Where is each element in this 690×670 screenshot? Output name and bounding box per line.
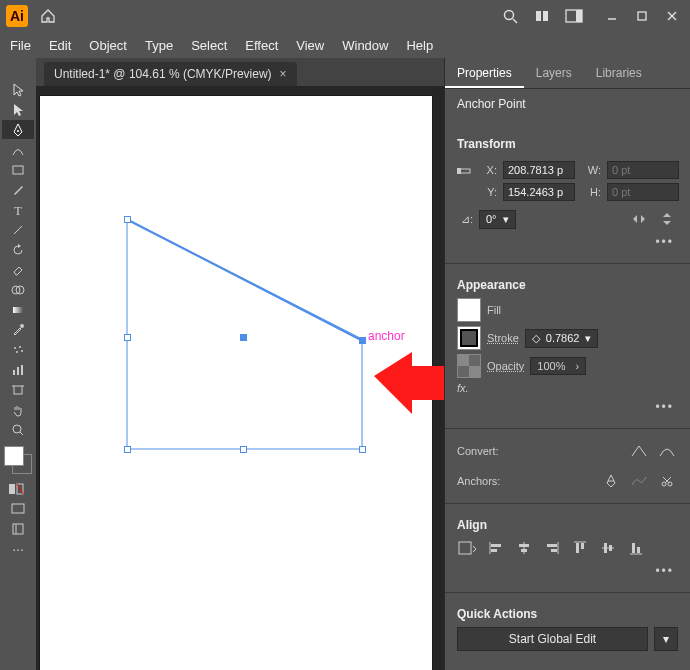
opacity-field[interactable]: 100%› xyxy=(530,357,586,375)
svg-rect-30 xyxy=(9,484,15,494)
minimize-button[interactable] xyxy=(600,4,624,28)
document-tab[interactable]: Untitled-1* @ 104.61 % (CMYK/Preview) × xyxy=(44,62,297,86)
workspace-icon[interactable] xyxy=(562,4,586,28)
tab-layers[interactable]: Layers xyxy=(524,58,584,88)
align-top-icon[interactable] xyxy=(569,538,591,558)
svg-rect-63 xyxy=(632,543,635,553)
x-field[interactable] xyxy=(503,161,575,179)
align-left-icon[interactable] xyxy=(485,538,507,558)
align-vcenter-icon[interactable] xyxy=(597,538,619,558)
arrange-documents-icon[interactable] xyxy=(530,4,554,28)
maximize-button[interactable] xyxy=(630,4,654,28)
svg-rect-7 xyxy=(638,12,646,20)
svg-rect-39 xyxy=(457,168,461,174)
align-to-dropdown-icon[interactable] xyxy=(457,538,479,558)
shape-builder-tool-icon[interactable] xyxy=(2,280,34,299)
menu-object[interactable]: Object xyxy=(89,38,127,53)
global-edit-options-icon[interactable]: ▾ xyxy=(654,627,678,651)
menu-select[interactable]: Select xyxy=(191,38,227,53)
selection-tool-icon[interactable] xyxy=(2,80,34,99)
fill-swatch[interactable] xyxy=(457,298,481,322)
svg-point-28 xyxy=(13,425,21,433)
fill-stroke-swatches[interactable] xyxy=(4,446,32,474)
stroke-label[interactable]: Stroke xyxy=(487,332,519,344)
align-right-icon[interactable] xyxy=(541,538,563,558)
svg-rect-48 xyxy=(491,544,501,547)
align-bottom-icon[interactable] xyxy=(625,538,647,558)
svg-rect-34 xyxy=(13,524,23,534)
stroke-weight-field[interactable]: ◇0.7862▾ xyxy=(525,329,599,348)
zoom-tool-icon[interactable] xyxy=(2,420,34,439)
flip-vertical-icon[interactable] xyxy=(656,209,678,229)
column-graph-tool-icon[interactable] xyxy=(2,360,34,379)
anchor-point[interactable] xyxy=(124,446,131,453)
menu-file[interactable]: File xyxy=(10,38,31,53)
menu-view[interactable]: View xyxy=(296,38,324,53)
svg-rect-5 xyxy=(576,10,582,22)
eraser-tool-icon[interactable] xyxy=(2,260,34,279)
menu-edit[interactable]: Edit xyxy=(49,38,71,53)
home-icon[interactable] xyxy=(36,4,60,28)
fill-label: Fill xyxy=(487,304,501,316)
type-tool-icon[interactable]: T xyxy=(2,200,34,219)
gradient-tool-icon[interactable] xyxy=(2,300,34,319)
screen-mode-icon[interactable] xyxy=(2,499,34,518)
line-tool-icon[interactable] xyxy=(2,220,34,239)
svg-point-10 xyxy=(17,130,19,132)
convert-smooth-icon[interactable] xyxy=(656,441,678,461)
anchor-point-selected[interactable] xyxy=(359,337,366,344)
artboard[interactable]: anchor xyxy=(40,96,432,670)
draw-mode-icon[interactable] xyxy=(2,479,34,498)
curvature-tool-icon[interactable] xyxy=(2,140,34,159)
opacity-swatch[interactable] xyxy=(457,354,481,378)
pen-tool-icon[interactable] xyxy=(2,120,34,139)
app-logo: Ai xyxy=(6,5,28,27)
menu-window[interactable]: Window xyxy=(342,38,388,53)
tab-libraries[interactable]: Libraries xyxy=(584,58,654,88)
anchor-label: anchor xyxy=(368,329,405,343)
tab-properties[interactable]: Properties xyxy=(445,58,524,88)
more-options-icon[interactable]: ••• xyxy=(651,233,678,251)
artboard-tool-icon[interactable] xyxy=(2,380,34,399)
more-options-icon[interactable]: ••• xyxy=(651,398,678,416)
anchor-point[interactable] xyxy=(359,446,366,453)
anchor-point[interactable] xyxy=(124,216,131,223)
edit-toolbar-icon[interactable] xyxy=(2,519,34,538)
svg-rect-49 xyxy=(491,549,497,552)
hand-tool-icon[interactable] xyxy=(2,400,34,419)
rotate-field[interactable]: 0°▾ xyxy=(479,210,516,229)
close-button[interactable] xyxy=(660,4,684,28)
right-panel: Properties Layers Libraries Anchor Point… xyxy=(444,58,690,670)
align-hcenter-icon[interactable] xyxy=(513,538,535,558)
anchor-point[interactable] xyxy=(240,446,247,453)
stroke-swatch[interactable] xyxy=(457,326,481,350)
eyedropper-tool-icon[interactable] xyxy=(2,320,34,339)
menu-help[interactable]: Help xyxy=(406,38,433,53)
more-options-icon[interactable]: ••• xyxy=(651,562,678,580)
menu-effect[interactable]: Effect xyxy=(245,38,278,53)
toolbar-more-icon[interactable]: ··· xyxy=(2,539,34,558)
svg-rect-51 xyxy=(519,544,529,547)
rotate-tool-icon[interactable] xyxy=(2,240,34,259)
opacity-label[interactable]: Opacity xyxy=(487,360,524,372)
search-icon[interactable] xyxy=(498,4,522,28)
callout-arrow-icon xyxy=(374,346,444,428)
convert-corner-icon[interactable] xyxy=(628,441,650,461)
flip-horizontal-icon[interactable] xyxy=(628,209,650,229)
reference-point-icon[interactable] xyxy=(457,161,471,181)
anchor-point[interactable] xyxy=(124,334,131,341)
svg-rect-24 xyxy=(21,365,23,375)
paintbrush-tool-icon[interactable] xyxy=(2,180,34,199)
document-area: Untitled-1* @ 104.61 % (CMYK/Preview) × xyxy=(36,58,444,670)
fx-button[interactable]: fx. xyxy=(457,382,469,394)
rectangle-tool-icon[interactable] xyxy=(2,160,34,179)
close-tab-icon[interactable]: × xyxy=(280,67,287,81)
y-field[interactable] xyxy=(503,183,575,201)
cut-path-icon[interactable] xyxy=(656,471,678,491)
remove-anchor-icon[interactable] xyxy=(600,471,622,491)
symbol-sprayer-tool-icon[interactable] xyxy=(2,340,34,359)
direct-selection-tool-icon[interactable] xyxy=(2,100,34,119)
connect-endpoints-icon[interactable] xyxy=(628,471,650,491)
start-global-edit-button[interactable]: Start Global Edit xyxy=(457,627,648,651)
menu-type[interactable]: Type xyxy=(145,38,173,53)
